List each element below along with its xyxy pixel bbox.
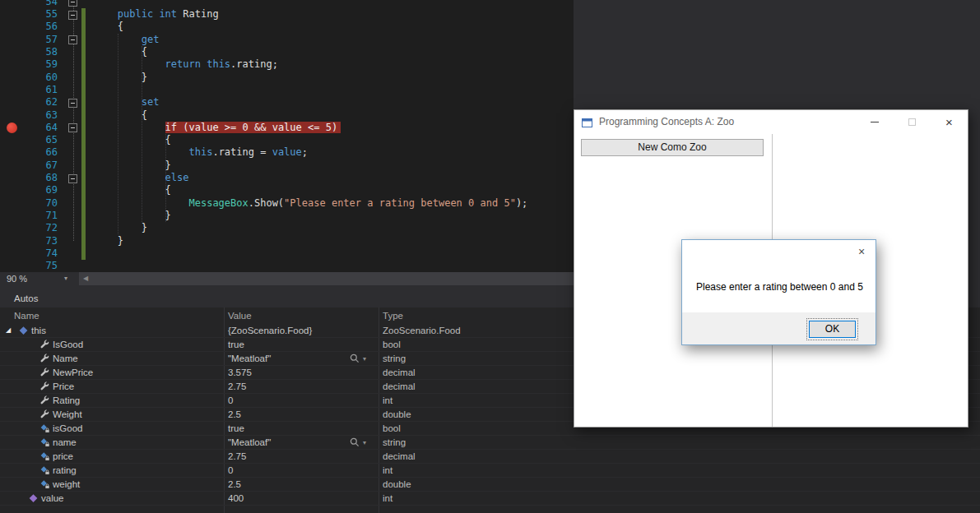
value-visualizer[interactable] <box>349 437 374 449</box>
autos-value: 400 <box>228 492 244 505</box>
window-title: Programming Concepts A: Zoo <box>599 110 734 134</box>
autos-value: 2.5 <box>228 478 241 491</box>
code-line-54[interactable]: 54 <box>0 0 574 8</box>
autos-name: Name <box>53 352 78 365</box>
autos-row-value[interactable]: value400int <box>0 492 980 506</box>
code-statement: { <box>142 46 147 58</box>
code-line-60[interactable]: 60 } <box>0 72 574 84</box>
autos-type: string <box>383 352 406 365</box>
column-header-value[interactable]: Value <box>228 307 252 324</box>
code-line-70[interactable]: 70 MessageBox.Show("Please enter a ratin… <box>0 197 574 210</box>
code-line-59[interactable]: 59 return this.rating; <box>0 58 574 71</box>
code-line-74[interactable]: 74 <box>0 247 574 260</box>
code-line-71[interactable]: 71 } <box>0 210 574 222</box>
autos-type: decimal <box>383 366 416 379</box>
minimize-button[interactable] <box>857 110 894 134</box>
property-icon <box>39 395 51 407</box>
magnifier-icon[interactable] <box>349 440 360 450</box>
code-line-63[interactable]: 63 { <box>0 109 574 122</box>
code-text: { <box>70 184 171 196</box>
breakpoint-icon[interactable] <box>7 122 17 133</box>
autos-type: bool <box>383 338 401 351</box>
window-titlebar[interactable]: Programming Concepts A: Zoo × <box>574 110 968 134</box>
autos-type: decimal <box>383 450 416 463</box>
line-number: 66 <box>20 146 58 159</box>
message-box-text: Please enter a rating between 0 and 5 <box>696 281 863 293</box>
new-como-zoo-button[interactable]: New Como Zoo <box>581 139 764 156</box>
code-line-73[interactable]: 73 } <box>0 235 574 247</box>
line-number: 70 <box>20 197 58 210</box>
autos-type: bool <box>383 422 401 435</box>
code-line-72[interactable]: 72 } <box>0 222 574 234</box>
private-field-icon <box>39 465 51 477</box>
value-visualizer[interactable] <box>349 353 374 365</box>
expander-icon[interactable]: ◢ <box>6 324 11 337</box>
property-icon <box>39 340 51 351</box>
autos-name: IsGood <box>53 338 83 351</box>
line-number: 61 <box>20 84 58 96</box>
chevron-down-icon[interactable] <box>363 437 366 449</box>
zoom-level-value: 90 % <box>7 274 27 284</box>
vs-debugger-screen: 5455 public int Rating56 {57 get58 {59 r… <box>0 0 980 513</box>
message-box-footer: OK <box>682 312 875 344</box>
code-line-57[interactable]: 57 get <box>0 34 574 46</box>
magnifier-icon[interactable] <box>349 356 360 366</box>
horizontal-scrollbar[interactable] <box>79 272 574 285</box>
dialog-close-icon[interactable]: × <box>852 243 871 260</box>
autos-row-rating[interactable]: rating0int <box>0 464 980 478</box>
code-line-58[interactable]: 58 { <box>0 46 574 58</box>
maximize-button[interactable] <box>894 110 931 134</box>
scroll-left-icon[interactable] <box>83 272 88 285</box>
close-button[interactable]: × <box>931 110 968 134</box>
private-field-icon <box>39 451 51 463</box>
line-number: 67 <box>20 159 58 172</box>
code-line-65[interactable]: 65 { <box>0 134 574 146</box>
property-icon <box>39 381 51 393</box>
code-line-75[interactable]: 75 <box>0 260 574 272</box>
column-header-type[interactable]: Type <box>383 307 403 324</box>
code-text: } <box>70 210 171 222</box>
autos-value: "Meatloaf" <box>228 352 271 365</box>
code-line-61[interactable]: 61 <box>0 84 574 96</box>
code-statement: if (value >= 0 && value <= 5) <box>165 122 341 133</box>
autos-name: isGood <box>53 422 82 435</box>
autos-row-weight[interactable]: weight2.5double <box>0 478 980 492</box>
code-statement: MessageBox.Show("Please enter a rating b… <box>189 197 528 209</box>
autos-type: int <box>383 394 392 407</box>
chevron-down-icon <box>64 272 67 285</box>
code-text: this.rating = value; <box>70 146 308 159</box>
autos-value: 2.5 <box>228 408 241 421</box>
autos-row-price[interactable]: price2.75decimal <box>0 450 980 464</box>
code-line-64[interactable]: 64 if (value >= 0 && value <= 5) <box>0 122 574 134</box>
line-number: 59 <box>20 58 58 71</box>
autos-value: {ZooScenario.Food} <box>228 324 312 337</box>
code-statement: } <box>165 159 171 171</box>
code-statement: public int Rating <box>118 8 219 20</box>
zoom-level-dropdown[interactable]: 90 % <box>0 272 77 285</box>
ok-button[interactable]: OK <box>809 321 856 338</box>
code-line-55[interactable]: 55 public int Rating <box>0 8 574 21</box>
code-line-62[interactable]: 62 set <box>0 96 574 109</box>
line-number: 58 <box>20 46 58 58</box>
chevron-down-icon[interactable] <box>363 353 366 365</box>
autos-value: 0 <box>228 464 233 477</box>
line-number: 57 <box>20 34 58 46</box>
property-icon <box>39 367 51 379</box>
fold-collapse-icon[interactable] <box>68 0 77 7</box>
line-number: 72 <box>20 222 58 234</box>
line-number: 73 <box>20 235 58 247</box>
code-line-66[interactable]: 66 this.rating = value; <box>0 146 574 159</box>
private-field-icon <box>39 437 51 449</box>
code-line-56[interactable]: 56 { <box>0 21 574 33</box>
code-line-67[interactable]: 67 } <box>0 159 574 172</box>
autos-name: Weight <box>53 408 82 421</box>
autos-type: int <box>383 492 392 505</box>
code-statement: } <box>142 72 147 83</box>
code-line-69[interactable]: 69 { <box>0 184 574 196</box>
autos-type: ZooScenario.Food <box>383 324 461 337</box>
code-text: } <box>70 159 171 172</box>
autos-row-name[interactable]: name"Meatloaf"string <box>0 436 980 450</box>
column-header-name[interactable]: Name <box>14 307 39 324</box>
autos-name: value <box>41 492 64 505</box>
code-line-68[interactable]: 68 else <box>0 172 574 184</box>
